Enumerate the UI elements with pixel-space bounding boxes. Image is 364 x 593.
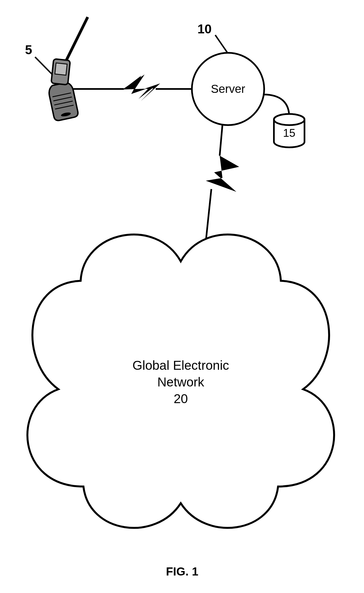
mobile-ref-label: 5	[25, 43, 32, 57]
network-label-line2: Network	[157, 375, 205, 389]
figure-caption: FIG. 1	[166, 565, 199, 578]
svg-point-12	[274, 114, 304, 125]
server-node: 10 Server	[192, 22, 264, 125]
svg-line-19	[206, 189, 211, 242]
svg-marker-18	[206, 156, 239, 192]
network-label-line1: Global Electronic	[132, 358, 229, 373]
svg-line-0	[35, 57, 53, 75]
server-ref-label: 10	[197, 22, 212, 36]
database-icon: 15	[264, 95, 304, 147]
svg-line-8	[66, 15, 88, 62]
server-label: Server	[211, 82, 245, 95]
network-ref-label: 20	[174, 391, 188, 406]
database-ref-label: 15	[283, 127, 296, 139]
svg-marker-15	[122, 75, 160, 101]
wireless-link-phone-server	[72, 75, 192, 101]
svg-rect-7	[55, 63, 67, 75]
svg-line-17	[220, 125, 222, 156]
figure-1-diagram: 5 10 Server	[0, 0, 364, 593]
wireless-link-server-network	[206, 125, 239, 242]
mobile-phone-icon: 5	[25, 8, 108, 121]
network-cloud: Global Electronic Network 20	[27, 235, 334, 528]
